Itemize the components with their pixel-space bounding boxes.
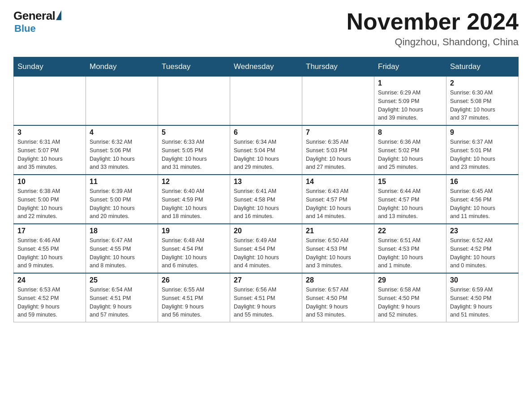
calendar-cell bbox=[14, 76, 86, 125]
calendar-cell: 24Sunrise: 6:53 AMSunset: 4:52 PMDayligh… bbox=[14, 273, 86, 322]
calendar-cell: 5Sunrise: 6:33 AMSunset: 5:05 PMDaylight… bbox=[158, 125, 230, 175]
day-info: Sunrise: 6:40 AMSunset: 4:59 PMDaylight:… bbox=[162, 187, 226, 221]
day-number: 26 bbox=[162, 276, 226, 284]
day-number: 21 bbox=[306, 227, 370, 235]
calendar-cell: 18Sunrise: 6:47 AMSunset: 4:55 PMDayligh… bbox=[86, 224, 158, 273]
weekday-header-saturday: Saturday bbox=[446, 57, 519, 76]
calendar-week-row: 3Sunrise: 6:31 AMSunset: 5:07 PMDaylight… bbox=[14, 125, 519, 175]
day-info: Sunrise: 6:50 AMSunset: 4:53 PMDaylight:… bbox=[306, 236, 370, 270]
day-number: 5 bbox=[162, 128, 226, 137]
day-number: 28 bbox=[306, 276, 370, 284]
month-title: November 2024 bbox=[347, 9, 519, 34]
weekday-header-tuesday: Tuesday bbox=[158, 57, 230, 76]
day-info: Sunrise: 6:55 AMSunset: 4:51 PMDaylight:… bbox=[162, 286, 226, 319]
day-number: 9 bbox=[450, 128, 515, 137]
calendar-cell: 15Sunrise: 6:44 AMSunset: 4:57 PMDayligh… bbox=[374, 175, 446, 224]
day-info: Sunrise: 6:53 AMSunset: 4:52 PMDaylight:… bbox=[17, 286, 82, 319]
weekday-header-friday: Friday bbox=[374, 57, 446, 76]
calendar-cell: 22Sunrise: 6:51 AMSunset: 4:53 PMDayligh… bbox=[374, 224, 446, 273]
day-number: 2 bbox=[450, 79, 515, 87]
weekday-header-wednesday: Wednesday bbox=[230, 57, 302, 76]
calendar-cell: 12Sunrise: 6:40 AMSunset: 4:59 PMDayligh… bbox=[158, 175, 230, 224]
calendar-cell: 3Sunrise: 6:31 AMSunset: 5:07 PMDaylight… bbox=[14, 125, 86, 175]
day-number: 23 bbox=[450, 227, 515, 235]
weekday-header-thursday: Thursday bbox=[302, 57, 374, 76]
calendar-cell: 29Sunrise: 6:58 AMSunset: 4:50 PMDayligh… bbox=[374, 273, 446, 322]
day-info: Sunrise: 6:56 AMSunset: 4:51 PMDaylight:… bbox=[234, 286, 298, 319]
weekday-header-row: SundayMondayTuesdayWednesdayThursdayFrid… bbox=[14, 57, 519, 76]
day-number: 12 bbox=[162, 178, 226, 186]
day-info: Sunrise: 6:44 AMSunset: 4:57 PMDaylight:… bbox=[378, 187, 442, 221]
page-header: General Blue November 2024 Qingzhou, Sha… bbox=[13, 9, 519, 48]
calendar-cell: 23Sunrise: 6:52 AMSunset: 4:52 PMDayligh… bbox=[446, 224, 519, 273]
day-info: Sunrise: 6:48 AMSunset: 4:54 PMDaylight:… bbox=[162, 236, 226, 270]
day-info: Sunrise: 6:36 AMSunset: 5:02 PMDaylight:… bbox=[378, 138, 442, 171]
day-info: Sunrise: 6:32 AMSunset: 5:06 PMDaylight:… bbox=[90, 138, 154, 171]
weekday-header-monday: Monday bbox=[86, 57, 158, 76]
day-number: 17 bbox=[17, 227, 82, 235]
day-info: Sunrise: 6:57 AMSunset: 4:50 PMDaylight:… bbox=[306, 286, 370, 319]
day-info: Sunrise: 6:38 AMSunset: 5:00 PMDaylight:… bbox=[17, 187, 82, 221]
calendar-cell bbox=[86, 76, 158, 125]
calendar-cell: 14Sunrise: 6:43 AMSunset: 4:57 PMDayligh… bbox=[302, 175, 374, 224]
day-info: Sunrise: 6:59 AMSunset: 4:50 PMDaylight:… bbox=[450, 286, 515, 319]
day-number: 7 bbox=[306, 128, 370, 137]
day-number: 18 bbox=[90, 227, 154, 235]
calendar-cell: 25Sunrise: 6:54 AMSunset: 4:51 PMDayligh… bbox=[86, 273, 158, 322]
day-number: 19 bbox=[162, 227, 226, 235]
calendar-cell: 19Sunrise: 6:48 AMSunset: 4:54 PMDayligh… bbox=[158, 224, 230, 273]
day-number: 8 bbox=[378, 128, 442, 137]
day-number: 4 bbox=[90, 128, 154, 137]
day-info: Sunrise: 6:34 AMSunset: 5:04 PMDaylight:… bbox=[234, 138, 298, 171]
calendar-cell: 20Sunrise: 6:49 AMSunset: 4:54 PMDayligh… bbox=[230, 224, 302, 273]
calendar-cell: 27Sunrise: 6:56 AMSunset: 4:51 PMDayligh… bbox=[230, 273, 302, 322]
title-section: November 2024 Qingzhou, Shandong, China bbox=[347, 9, 519, 48]
logo-triangle-icon bbox=[56, 10, 61, 20]
day-info: Sunrise: 6:58 AMSunset: 4:50 PMDaylight:… bbox=[378, 286, 442, 319]
day-info: Sunrise: 6:51 AMSunset: 4:53 PMDaylight:… bbox=[378, 236, 442, 270]
day-number: 15 bbox=[378, 178, 442, 186]
day-info: Sunrise: 6:37 AMSunset: 5:01 PMDaylight:… bbox=[450, 138, 515, 171]
calendar-cell: 11Sunrise: 6:39 AMSunset: 5:00 PMDayligh… bbox=[86, 175, 158, 224]
calendar-cell bbox=[230, 76, 302, 125]
calendar-week-row: 17Sunrise: 6:46 AMSunset: 4:55 PMDayligh… bbox=[14, 224, 519, 273]
calendar-cell: 17Sunrise: 6:46 AMSunset: 4:55 PMDayligh… bbox=[14, 224, 86, 273]
day-number: 24 bbox=[17, 276, 82, 284]
calendar-cell: 4Sunrise: 6:32 AMSunset: 5:06 PMDaylight… bbox=[86, 125, 158, 175]
day-info: Sunrise: 6:41 AMSunset: 4:58 PMDaylight:… bbox=[234, 187, 298, 221]
calendar-cell: 26Sunrise: 6:55 AMSunset: 4:51 PMDayligh… bbox=[158, 273, 230, 322]
day-info: Sunrise: 6:45 AMSunset: 4:56 PMDaylight:… bbox=[450, 187, 515, 221]
day-info: Sunrise: 6:47 AMSunset: 4:55 PMDaylight:… bbox=[90, 236, 154, 270]
calendar-cell: 13Sunrise: 6:41 AMSunset: 4:58 PMDayligh… bbox=[230, 175, 302, 224]
calendar-cell: 9Sunrise: 6:37 AMSunset: 5:01 PMDaylight… bbox=[446, 125, 519, 175]
day-info: Sunrise: 6:33 AMSunset: 5:05 PMDaylight:… bbox=[162, 138, 226, 171]
logo-blue-text: Blue bbox=[14, 23, 36, 34]
calendar-cell: 2Sunrise: 6:30 AMSunset: 5:08 PMDaylight… bbox=[446, 76, 519, 125]
calendar-cell: 8Sunrise: 6:36 AMSunset: 5:02 PMDaylight… bbox=[374, 125, 446, 175]
calendar-week-row: 10Sunrise: 6:38 AMSunset: 5:00 PMDayligh… bbox=[14, 175, 519, 224]
calendar-cell: 21Sunrise: 6:50 AMSunset: 4:53 PMDayligh… bbox=[302, 224, 374, 273]
logo-general-text: General bbox=[13, 9, 55, 23]
day-info: Sunrise: 6:46 AMSunset: 4:55 PMDaylight:… bbox=[17, 236, 82, 270]
weekday-header-sunday: Sunday bbox=[14, 57, 86, 76]
location-text: Qingzhou, Shandong, China bbox=[347, 36, 519, 48]
day-info: Sunrise: 6:39 AMSunset: 5:00 PMDaylight:… bbox=[90, 187, 154, 221]
day-info: Sunrise: 6:49 AMSunset: 4:54 PMDaylight:… bbox=[234, 236, 298, 270]
day-number: 14 bbox=[306, 178, 370, 186]
day-info: Sunrise: 6:54 AMSunset: 4:51 PMDaylight:… bbox=[90, 286, 154, 319]
day-number: 11 bbox=[90, 178, 154, 186]
calendar-cell: 16Sunrise: 6:45 AMSunset: 4:56 PMDayligh… bbox=[446, 175, 519, 224]
day-info: Sunrise: 6:31 AMSunset: 5:07 PMDaylight:… bbox=[17, 138, 82, 171]
calendar-week-row: 1Sunrise: 6:29 AMSunset: 5:09 PMDaylight… bbox=[14, 76, 519, 125]
day-number: 30 bbox=[450, 276, 515, 284]
day-number: 3 bbox=[17, 128, 82, 137]
day-info: Sunrise: 6:30 AMSunset: 5:08 PMDaylight:… bbox=[450, 89, 515, 122]
day-number: 13 bbox=[234, 178, 298, 186]
day-number: 22 bbox=[378, 227, 442, 235]
calendar-cell bbox=[302, 76, 374, 125]
calendar-cell bbox=[158, 76, 230, 125]
day-number: 27 bbox=[234, 276, 298, 284]
day-info: Sunrise: 6:43 AMSunset: 4:57 PMDaylight:… bbox=[306, 187, 370, 221]
day-number: 6 bbox=[234, 128, 298, 137]
day-info: Sunrise: 6:29 AMSunset: 5:09 PMDaylight:… bbox=[378, 89, 442, 122]
